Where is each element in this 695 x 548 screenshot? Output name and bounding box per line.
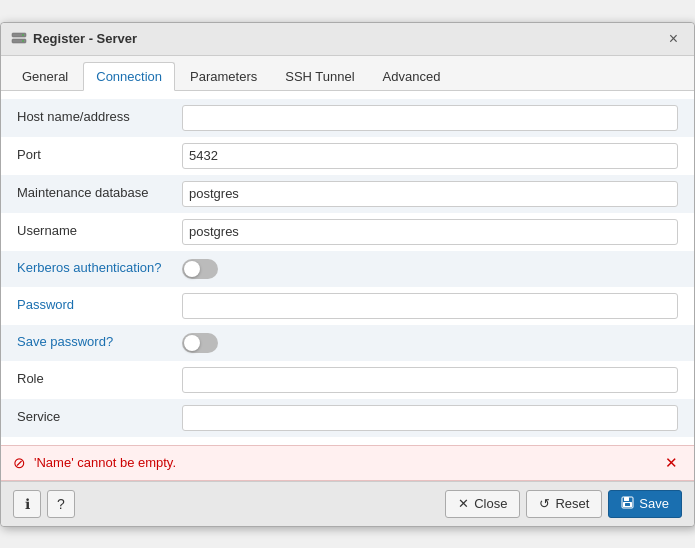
input-col-service (182, 405, 678, 431)
dialog-window: Register - Server × General Connection P… (0, 22, 695, 527)
error-icon: ⊘ (13, 454, 26, 472)
label-role: Role (17, 371, 182, 388)
label-save-password: Save password? (17, 334, 182, 351)
error-message: 'Name' cannot be empty. (34, 455, 176, 470)
save-icon (621, 496, 634, 512)
window-close-button[interactable]: × (663, 29, 684, 49)
label-maintenance-db: Maintenance database (17, 185, 182, 202)
form-row-maintenance-db: Maintenance database (1, 175, 694, 213)
service-input[interactable] (182, 405, 678, 431)
input-col-save-password (182, 333, 678, 353)
username-input[interactable] (182, 219, 678, 245)
input-col-password (182, 293, 678, 319)
footer-left: ℹ ? (13, 490, 75, 518)
svg-rect-5 (624, 497, 629, 501)
reset-button[interactable]: ↺ Reset (526, 490, 602, 518)
save-label: Save (639, 496, 669, 511)
close-label: Close (474, 496, 507, 511)
save-password-slider (182, 333, 218, 353)
footer-right: ✕ Close ↺ Reset Save (445, 490, 682, 518)
maintenance-db-input[interactable] (182, 181, 678, 207)
title-bar-left: Register - Server (11, 31, 137, 47)
input-col-role (182, 367, 678, 393)
label-port: Port (17, 147, 182, 164)
tab-connection[interactable]: Connection (83, 62, 175, 91)
label-host: Host name/address (17, 109, 182, 126)
svg-point-1 (22, 34, 24, 36)
window-title: Register - Server (33, 31, 137, 46)
footer: ℹ ? ✕ Close ↺ Reset (1, 481, 694, 526)
label-username: Username (17, 223, 182, 240)
label-service: Service (17, 409, 182, 426)
tab-bar: General Connection Parameters SSH Tunnel… (1, 56, 694, 91)
tab-general[interactable]: General (9, 62, 81, 90)
save-password-toggle-wrap (182, 333, 678, 353)
label-password: Password (17, 297, 182, 314)
role-input[interactable] (182, 367, 678, 393)
error-left: ⊘ 'Name' cannot be empty. (13, 454, 176, 472)
input-col-maintenance-db (182, 181, 678, 207)
kerberos-slider (182, 259, 218, 279)
port-input[interactable] (182, 143, 678, 169)
form-row-password: Password (1, 287, 694, 325)
tab-parameters[interactable]: Parameters (177, 62, 270, 90)
tab-ssh-tunnel[interactable]: SSH Tunnel (272, 62, 367, 90)
title-bar: Register - Server × (1, 23, 694, 56)
svg-point-3 (22, 40, 24, 42)
reset-icon: ↺ (539, 496, 550, 511)
save-button[interactable]: Save (608, 490, 682, 518)
input-col-host (182, 105, 678, 131)
host-input[interactable] (182, 105, 678, 131)
label-kerberos: Kerberos authentication? (17, 260, 182, 277)
tab-advanced[interactable]: Advanced (370, 62, 454, 90)
form-content: Host name/address Port Maintenance datab… (1, 91, 694, 481)
form-row-kerberos: Kerberos authentication? (1, 251, 694, 287)
form-row-service: Service (1, 399, 694, 437)
server-icon (11, 31, 27, 47)
kerberos-toggle-wrap (182, 259, 678, 279)
close-icon: ✕ (458, 496, 469, 511)
input-col-kerberos (182, 259, 678, 279)
password-input[interactable] (182, 293, 678, 319)
form-row-save-password: Save password? (1, 325, 694, 361)
form-row-username: Username (1, 213, 694, 251)
error-bar: ⊘ 'Name' cannot be empty. ✕ (1, 445, 694, 481)
reset-label: Reset (555, 496, 589, 511)
info-button[interactable]: ℹ (13, 490, 41, 518)
svg-rect-7 (625, 503, 630, 506)
input-col-port (182, 143, 678, 169)
help-button[interactable]: ? (47, 490, 75, 518)
close-button[interactable]: ✕ Close (445, 490, 520, 518)
form-row-port: Port (1, 137, 694, 175)
kerberos-toggle[interactable] (182, 259, 218, 279)
save-password-toggle[interactable] (182, 333, 218, 353)
input-col-username (182, 219, 678, 245)
error-close-button[interactable]: ✕ (661, 454, 682, 472)
form-area: Host name/address Port Maintenance datab… (1, 91, 694, 445)
form-row-role: Role (1, 361, 694, 399)
form-row-host: Host name/address (1, 99, 694, 137)
